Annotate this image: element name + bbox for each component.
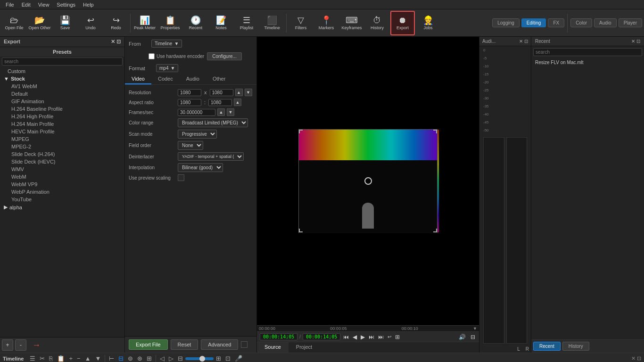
save-button[interactable]: 💾 Save	[53, 11, 77, 35]
menu-settings[interactable]: Settings	[53, 1, 79, 8]
preset-slide-deck-h264[interactable]: Slide Deck (H.264)	[0, 150, 124, 158]
logging-mode-button[interactable]: Logging	[492, 18, 520, 27]
preset-webm[interactable]: WebM	[0, 173, 124, 181]
deinterlacer-select[interactable]: YADIF - temporal + spatial (best)	[178, 152, 244, 161]
reset-button[interactable]: Reset	[171, 339, 198, 350]
field-order-select[interactable]: None	[178, 141, 203, 150]
color-sub-button[interactable]: Color	[570, 18, 592, 27]
preset-mjpeg[interactable]: MJPEG	[0, 135, 124, 143]
tab-audio[interactable]: Audio	[180, 74, 206, 84]
resolution-spin-up[interactable]: ▲	[235, 89, 243, 96]
menu-file[interactable]: File	[2, 1, 18, 8]
export-file-button[interactable]: Export File	[129, 339, 168, 350]
project-tab[interactable]: Project	[289, 342, 320, 353]
timeline-button[interactable]: ⬛ Timeline	[260, 11, 284, 35]
filters-button[interactable]: ▽ Filters	[289, 11, 313, 35]
export-button[interactable]: ⏺ Export	[390, 11, 415, 35]
open-file-button[interactable]: 🗁 Open File	[2, 11, 26, 35]
zoom-out-transport[interactable]: ⊟	[470, 334, 476, 340]
recent-item[interactable]: Resize FLV on Mac.mlt	[531, 58, 644, 67]
timeline-back-button[interactable]: ◁	[158, 354, 166, 362]
timeline-paste-button[interactable]: 📋	[56, 354, 66, 362]
frames-sec-spin-down[interactable]: ▼	[227, 108, 234, 116]
timeline-forward-button[interactable]: ▷	[167, 354, 175, 362]
editing-mode-button[interactable]: Editing	[521, 18, 546, 27]
preset-hevc-main[interactable]: HEVC Main Profile	[0, 128, 124, 135]
zoom-out-button[interactable]: ⊟	[176, 354, 184, 362]
resolution-height-input[interactable]	[210, 89, 233, 96]
preset-h264-high[interactable]: H.264 High Profile	[0, 113, 124, 120]
notes-button[interactable]: 📝 Notes	[209, 11, 233, 35]
preset-wmv[interactable]: WMV	[0, 165, 124, 173]
history-tab[interactable]: History	[562, 342, 589, 351]
play-loop-button[interactable]: ⏭	[368, 334, 375, 340]
advanced-button[interactable]: Advanced	[201, 339, 238, 350]
scan-mode-select[interactable]: Progressive	[178, 130, 217, 139]
mic-button[interactable]: 🎤	[233, 354, 244, 362]
frames-sec-input[interactable]	[178, 109, 215, 116]
remove-preset-button[interactable]: -	[15, 339, 26, 351]
fit-button[interactable]: ⊡	[224, 354, 232, 362]
redo-button[interactable]: ↪ Redo	[104, 11, 128, 35]
grid-button[interactable]: ⊞	[394, 334, 401, 340]
properties-button[interactable]: 📋 Properties	[158, 11, 182, 35]
aspect-width-input[interactable]	[178, 99, 201, 106]
timeline-loop-button[interactable]: ⊛	[136, 354, 144, 362]
preset-h264-main[interactable]: H.264 Main Profile	[0, 120, 124, 128]
recent-tab[interactable]: Recent	[533, 342, 561, 351]
preset-webm-vp9[interactable]: WebM VP9	[0, 181, 124, 188]
skip-to-end-button[interactable]: ⏭	[377, 334, 385, 340]
preset-webp-animation[interactable]: WebP Animation	[0, 188, 124, 196]
timeline-split-button[interactable]: ⊢	[107, 354, 116, 362]
hw-encoder-checkbox[interactable]	[149, 53, 155, 59]
timeline-lift-button[interactable]: ▲	[83, 354, 92, 362]
interpolation-select[interactable]: Bilinear (good)	[178, 163, 223, 172]
zoom-in-button[interactable]: ⊞	[215, 354, 223, 362]
menu-edit[interactable]: Edit	[18, 1, 34, 8]
peak-meter-button[interactable]: 📊 Peak Meter	[132, 11, 157, 35]
keyframes-button[interactable]: ⌨ Keyframes	[339, 11, 364, 35]
preset-default[interactable]: Default	[0, 90, 124, 98]
preset-youtube[interactable]: YouTube	[0, 196, 124, 203]
aspect-height-input[interactable]	[208, 99, 232, 106]
preset-gif-animation[interactable]: GIF Animation	[0, 98, 124, 105]
jobs-button[interactable]: 👷 Jobs	[416, 11, 440, 35]
advanced-checkbox[interactable]	[241, 341, 248, 348]
undo-button[interactable]: ↩ Undo	[78, 11, 103, 35]
history-button[interactable]: ⏱ History	[365, 11, 389, 35]
fx-mode-button[interactable]: FX	[548, 18, 564, 27]
markers-button[interactable]: 📍 Markers	[314, 11, 339, 35]
recent-search-input[interactable]	[533, 48, 642, 56]
source-tab[interactable]: Source	[257, 342, 289, 353]
preset-mpeg2[interactable]: MPEG-2	[0, 143, 124, 150]
menu-view[interactable]: View	[34, 1, 53, 8]
menu-help[interactable]: Help	[79, 1, 98, 8]
playlist-button[interactable]: ☰ Playlist	[234, 11, 259, 35]
resolution-width-input[interactable]	[178, 89, 201, 96]
open-other-button[interactable]: 📂 Open Other	[27, 11, 52, 35]
preset-custom[interactable]: Custom	[0, 67, 124, 75]
preset-h264-baseline[interactable]: H.264 Baseline Profile	[0, 105, 124, 113]
preset-group-stock[interactable]: ▼ Stock	[0, 75, 124, 82]
add-preset-button[interactable]: +	[2, 339, 13, 351]
resolution-spin-down[interactable]: ▼	[245, 89, 252, 96]
configure-button[interactable]: Configure...	[207, 52, 242, 60]
preset-group-alpha[interactable]: ▶ alpha	[0, 203, 124, 211]
tl-close[interactable]: ✕ ⊡	[631, 355, 641, 362]
player-sub-button[interactable]: Player	[619, 18, 642, 27]
presets-search-input[interactable]	[2, 58, 123, 66]
use-preview-checkbox[interactable]	[178, 174, 184, 181]
format-dropdown[interactable]: mp4 ▼	[156, 64, 178, 72]
play-button[interactable]: ▶	[360, 334, 366, 340]
frames-sec-spin-up[interactable]: ▲	[217, 108, 225, 116]
zoom-slider[interactable]	[185, 357, 214, 360]
timeline-add-button[interactable]: +	[67, 354, 74, 362]
timeline-lower-button[interactable]: ▼	[94, 354, 103, 362]
timeline-zoom-in-tl[interactable]: ⊞	[145, 354, 153, 362]
loop-button[interactable]: ↩	[387, 334, 392, 339]
hw-encoder-checkbox-label[interactable]: Use hardware encoder	[149, 53, 204, 59]
tab-codec[interactable]: Codec	[151, 74, 180, 84]
timeline-snap-button[interactable]: ⊟	[117, 354, 125, 362]
timeline-ripple-button[interactable]: ⊚	[126, 354, 134, 362]
recent-button[interactable]: 🕐 Recent	[183, 11, 208, 35]
